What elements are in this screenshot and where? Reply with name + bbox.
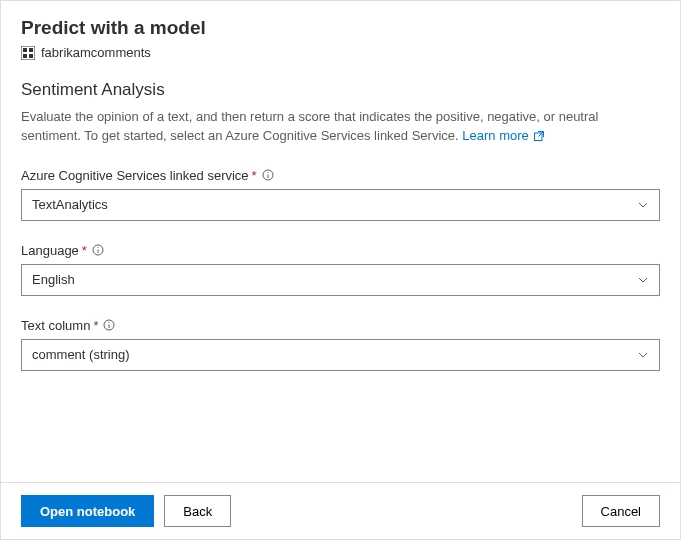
svg-rect-4 — [29, 54, 33, 58]
language-value: English — [32, 272, 75, 287]
chevron-down-icon — [637, 274, 649, 286]
linked-service-label-text: Azure Cognitive Services linked service — [21, 168, 249, 183]
info-icon[interactable] — [262, 169, 274, 181]
required-asterisk: * — [93, 318, 98, 333]
language-field: Language * English — [21, 243, 660, 296]
section-title: Sentiment Analysis — [21, 80, 660, 100]
page-title: Predict with a model — [21, 17, 660, 39]
info-icon[interactable] — [103, 319, 115, 331]
text-column-label: Text column * — [21, 318, 660, 333]
panel-content: Predict with a model fabrikamcomments Se… — [1, 1, 680, 482]
dataset-icon — [21, 46, 35, 60]
back-button[interactable]: Back — [164, 495, 231, 527]
language-label: Language * — [21, 243, 660, 258]
linked-service-label: Azure Cognitive Services linked service … — [21, 168, 660, 183]
external-link-icon — [533, 130, 545, 142]
language-label-text: Language — [21, 243, 79, 258]
linked-service-select[interactable]: TextAnalytics — [21, 189, 660, 221]
resource-name: fabrikamcomments — [41, 45, 151, 60]
required-asterisk: * — [82, 243, 87, 258]
linked-service-value: TextAnalytics — [32, 197, 108, 212]
language-select[interactable]: English — [21, 264, 660, 296]
svg-rect-1 — [23, 48, 27, 52]
info-icon[interactable] — [92, 244, 104, 256]
chevron-down-icon — [637, 349, 649, 361]
required-asterisk: * — [252, 168, 257, 183]
open-notebook-button[interactable]: Open notebook — [21, 495, 154, 527]
learn-more-link[interactable]: Learn more — [462, 127, 544, 146]
learn-more-label: Learn more — [462, 127, 528, 146]
svg-rect-3 — [23, 54, 27, 58]
resource-row: fabrikamcomments — [21, 45, 660, 60]
footer: Open notebook Back Cancel — [1, 482, 680, 539]
predict-model-panel: Predict with a model fabrikamcomments Se… — [0, 0, 681, 540]
cancel-button[interactable]: Cancel — [582, 495, 660, 527]
text-column-label-text: Text column — [21, 318, 90, 333]
text-column-field: Text column * comment (string) — [21, 318, 660, 371]
chevron-down-icon — [637, 199, 649, 211]
section-description: Evaluate the opinion of a text, and then… — [21, 108, 660, 146]
text-column-select[interactable]: comment (string) — [21, 339, 660, 371]
svg-point-11 — [97, 247, 98, 248]
linked-service-field: Azure Cognitive Services linked service … — [21, 168, 660, 221]
svg-point-8 — [267, 172, 268, 173]
svg-point-14 — [109, 322, 110, 323]
svg-rect-2 — [29, 48, 33, 52]
text-column-value: comment (string) — [32, 347, 130, 362]
